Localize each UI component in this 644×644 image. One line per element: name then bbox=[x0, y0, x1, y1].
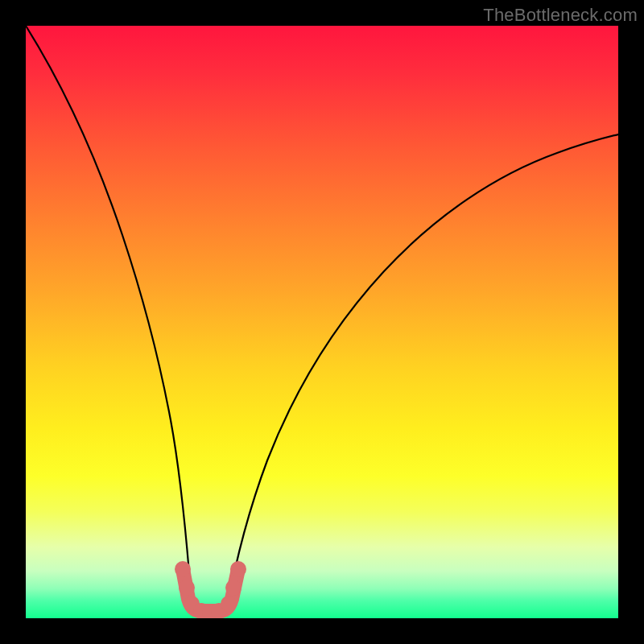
curve-left bbox=[26, 26, 193, 609]
plot-area bbox=[26, 26, 618, 618]
chart-frame bbox=[26, 26, 618, 618]
sweet-spot-dot bbox=[221, 596, 237, 612]
watermark-text: TheBottleneck.com bbox=[483, 5, 638, 26]
chart-svg bbox=[26, 26, 618, 618]
sweet-spot-dot bbox=[179, 580, 195, 596]
sweet-spot-dot bbox=[175, 561, 191, 577]
sweet-spot-dot bbox=[230, 561, 246, 577]
sweet-spot-dot bbox=[225, 580, 242, 596]
curve-right bbox=[227, 134, 618, 609]
